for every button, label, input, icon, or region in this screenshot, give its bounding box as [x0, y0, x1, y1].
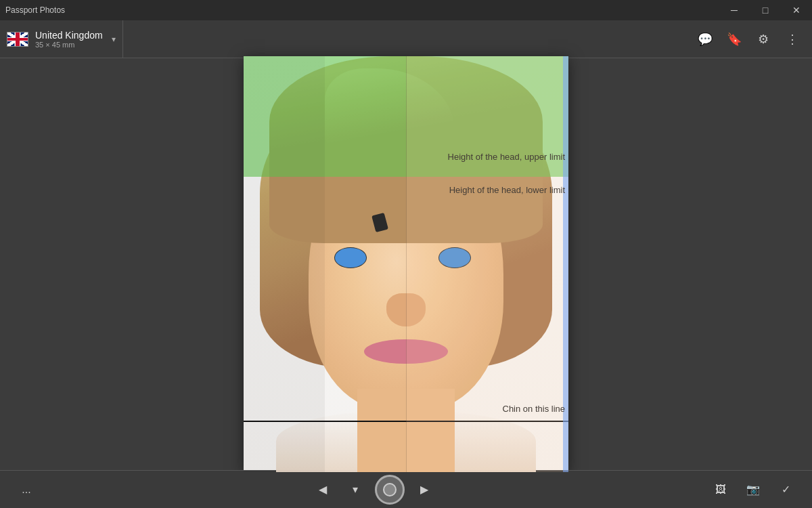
gear-icon: ⚙ — [758, 32, 769, 47]
minimize-button[interactable]: ─ — [719, 0, 750, 20]
more-dots-icon: ⋮ — [786, 32, 798, 47]
left-shadow-overlay — [244, 56, 325, 472]
dropdown-button[interactable]: ▾ — [342, 477, 368, 503]
restore-button[interactable]: □ — [750, 0, 781, 20]
camera-icon: 📷 — [746, 483, 760, 496]
titlebar: Passport Photos ─ □ ✕ — [0, 0, 812, 20]
vertical-center-line — [406, 56, 407, 472]
statusbar-left: ... — [0, 477, 39, 503]
shutter-button[interactable] — [375, 475, 405, 505]
country-selector[interactable]: United Kingdom 35 × 45 mm ▾ — [0, 20, 123, 58]
titlebar-left: Passport Photos — [0, 5, 65, 15]
main-content: Height of the head, upper limit Height o… — [0, 58, 812, 470]
settings-button[interactable]: ⚙ — [750, 26, 776, 52]
prev-icon: ◀ — [319, 483, 327, 496]
check-icon: ✓ — [782, 483, 790, 496]
country-dropdown-arrow[interactable]: ▾ — [112, 35, 116, 44]
close-button[interactable]: ✕ — [781, 0, 812, 20]
shutter-inner — [383, 483, 397, 496]
flag-uk-icon — [7, 32, 28, 47]
more-options-button[interactable]: ⋮ — [780, 26, 805, 52]
right-half-overlay — [406, 56, 568, 472]
app-title: Passport Photos — [5, 5, 65, 15]
prev-button[interactable]: ◀ — [310, 477, 336, 503]
toolbar-right: 💬 🔖 ⚙ ⋮ — [692, 26, 812, 52]
bookmark-button[interactable]: 🔖 — [721, 26, 747, 52]
statusbar: ... ◀ ▾ ▶ 🖼 📷 ✓ — [0, 470, 812, 508]
statusbar-more-button[interactable]: ... — [14, 477, 39, 503]
country-info: United Kingdom 35 × 45 mm — [35, 30, 103, 49]
next-icon: ▶ — [420, 483, 428, 496]
portrait-wrapper: Height of the head, upper limit Height o… — [244, 56, 568, 472]
toolbar: United Kingdom 35 × 45 mm ▾ 💬 🔖 ⚙ ⋮ — [0, 20, 812, 58]
next-button[interactable]: ▶ — [411, 477, 437, 503]
dropdown-icon: ▾ — [353, 483, 358, 496]
camera-button[interactable]: 📷 — [740, 477, 766, 503]
image-icon: 🖼 — [715, 484, 726, 496]
more-icon: ... — [22, 484, 30, 496]
country-name: United Kingdom — [35, 30, 103, 41]
statusbar-right: 🖼 📷 ✓ — [708, 477, 812, 503]
toolbar-left: United Kingdom 35 × 45 mm ▾ — [0, 20, 123, 58]
statusbar-center: ◀ ▾ ▶ — [310, 475, 437, 505]
image-button[interactable]: 🖼 — [708, 477, 734, 503]
country-size: 35 × 45 mm — [35, 41, 103, 49]
photo-container: Height of the head, upper limit Height o… — [244, 56, 568, 472]
feedback-icon: 💬 — [698, 32, 713, 47]
feedback-button[interactable]: 💬 — [692, 26, 718, 52]
check-button[interactable]: ✓ — [773, 477, 798, 503]
bookmark-icon: 🔖 — [727, 32, 742, 47]
titlebar-controls: ─ □ ✕ — [719, 0, 812, 20]
